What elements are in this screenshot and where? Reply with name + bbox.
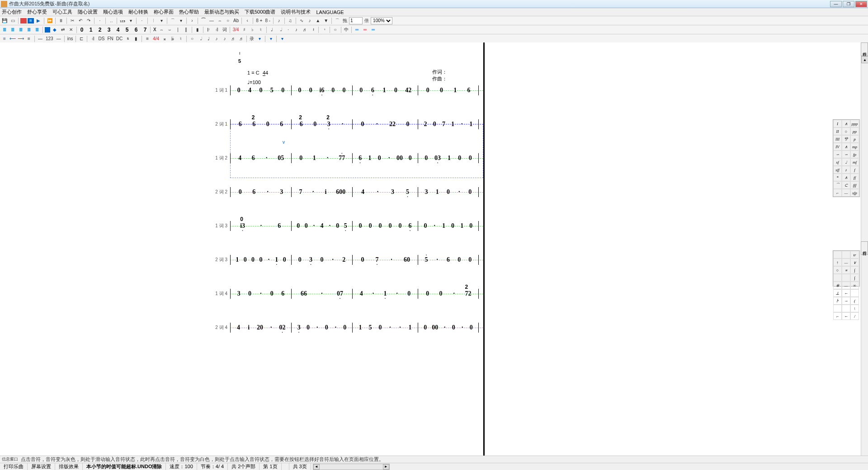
rest-icon[interactable]: 𝄽 <box>309 26 316 33</box>
cut-icon[interactable]: ✂ <box>69 17 76 24</box>
menu-item[interactable]: 顺心选项 <box>103 9 123 15</box>
palette-cell[interactable]: * <box>833 174 842 181</box>
note[interactable]: · <box>326 155 330 162</box>
vtab-top[interactable]: 滑行 <box>861 42 868 56</box>
note[interactable]: 0 <box>331 87 335 94</box>
note[interactable]: 0 <box>423 222 428 230</box>
staff-line[interactable]: 1 词 3i3•0·600·4·05•000006•0·1010 <box>202 221 483 231</box>
note[interactable]: 4 <box>248 87 252 94</box>
measure[interactable]: 01·77• <box>291 153 352 163</box>
mid-label[interactable]: 中 <box>343 27 349 33</box>
note-digit-7[interactable]: 7 <box>142 27 148 33</box>
palette-cell[interactable]: pp <box>850 127 859 135</box>
dsharp-icon[interactable]: 𝄪 <box>161 35 168 42</box>
note[interactable]: 62 <box>299 121 303 128</box>
note[interactable]: · <box>375 121 379 128</box>
staff-line[interactable]: 2 词 44i20·02•3•0·0·0150··1000·0·0 <box>202 323 483 333</box>
dash2-icon[interactable]: — <box>37 35 44 42</box>
note[interactable]: 0 <box>281 87 285 94</box>
note[interactable]: 0 <box>259 256 263 263</box>
note[interactable]: 6• <box>370 87 375 94</box>
note[interactable]: 0 <box>359 87 363 94</box>
status-segment[interactable]: 本小节的时值可能超标.UNDO清除 <box>83 463 166 470</box>
palette-cell[interactable]: ○ <box>833 266 842 274</box>
fn-label[interactable]: FN <box>106 36 114 41</box>
tie-icon[interactable]: ⌒ <box>169 17 176 24</box>
s3-icon[interactable]: ♬ <box>237 35 245 42</box>
note[interactable]: 0 <box>468 188 472 196</box>
menu-item[interactable]: 开心创作 <box>2 9 22 15</box>
palette-cell[interactable] <box>833 251 842 258</box>
palette-cell[interactable] <box>833 305 842 312</box>
note[interactable]: · <box>457 188 462 196</box>
rec-label[interactable]: 录 <box>249 36 255 42</box>
diamond-icon[interactable]: ◆ <box>51 26 58 33</box>
note[interactable]: 2 <box>423 121 428 128</box>
scroll-left-icon[interactable]: ◄ <box>313 464 320 470</box>
palette-cell[interactable]: ∝ <box>842 266 850 274</box>
note[interactable]: 1 <box>435 188 439 196</box>
note[interactable]: 0 <box>243 256 247 263</box>
note[interactable]: 0 <box>265 121 270 128</box>
note[interactable]: 20 <box>257 324 263 331</box>
note[interactable]: i <box>323 188 328 196</box>
note[interactable]: 0 <box>269 290 274 297</box>
note[interactable]: 00 <box>396 155 403 162</box>
staff-line[interactable]: 2 词 206·37·i6004·35•310·0 <box>202 187 483 197</box>
menu-item[interactable]: 最新动态与购买 <box>204 9 239 15</box>
note[interactable]: 0 <box>458 155 462 162</box>
note[interactable]: 1 <box>447 155 451 162</box>
note[interactable]: 0 <box>388 222 392 230</box>
flat-icon[interactable]: ♭ <box>249 26 256 33</box>
note[interactable]: 0 <box>335 222 340 230</box>
note[interactable]: i <box>246 324 251 331</box>
block1-icon[interactable] <box>45 27 50 33</box>
palette-cell[interactable]: ♩ <box>842 158 850 166</box>
new-icon[interactable]: ▭ <box>9 17 16 24</box>
measure[interactable]: 07•·60 <box>352 255 418 265</box>
status-segment[interactable] <box>282 463 289 470</box>
note[interactable]: 0 <box>439 87 443 94</box>
measure[interactable]: 06•1042 <box>352 85 418 95</box>
note[interactable]: 0 <box>398 222 402 230</box>
repeat-l-icon[interactable]: 𝄆 <box>205 26 212 33</box>
note[interactable]: 6 <box>467 87 471 94</box>
dflat-icon[interactable]: 𝄫 <box>169 35 176 42</box>
measure[interactable]: 3•0·0·0 <box>291 323 352 333</box>
end-bar-icon[interactable]: ▮ <box>132 35 140 42</box>
note[interactable]: 0 <box>306 324 310 331</box>
measure[interactable]: 000·0·0 <box>418 323 479 333</box>
note[interactable]: 4 <box>361 188 365 196</box>
ds-label[interactable]: DS <box>97 36 105 41</box>
palette-cell[interactable]: p <box>850 135 859 143</box>
note[interactable]: 6 <box>446 256 450 263</box>
ins-label[interactable]: ins <box>66 36 74 41</box>
palette-cell[interactable]: ⊂ <box>842 181 850 189</box>
align-left-icon[interactable]: ≣ <box>1 26 8 33</box>
note[interactable]: 1• <box>383 290 387 297</box>
note[interactable]: 0 <box>297 87 302 94</box>
note[interactable]: 3 <box>424 188 429 196</box>
note[interactable]: 0 <box>324 324 329 331</box>
note[interactable]: 0 <box>423 324 428 331</box>
note[interactable]: 0 <box>425 290 430 297</box>
note[interactable]: 6 <box>281 290 285 297</box>
note[interactable]: · <box>266 256 271 263</box>
note[interactable]: 4 <box>238 155 242 162</box>
note[interactable]: 7 <box>441 121 446 128</box>
palette-cell[interactable]: ∫ <box>850 274 859 282</box>
zoom-select[interactable]: 100% <box>371 17 392 24</box>
palette-cell[interactable]: — <box>842 189 850 197</box>
palette-cell[interactable]: III <box>833 135 842 143</box>
palette-cell[interactable]: mf <box>850 158 859 166</box>
menu-item[interactable]: 舒心享受 <box>27 9 47 15</box>
arc-icon[interactable]: ⌢ <box>216 17 223 24</box>
note[interactable]: · <box>265 188 270 196</box>
note[interactable]: 0 <box>378 324 382 331</box>
record-icon[interactable] <box>20 18 27 24</box>
note[interactable]: · <box>395 290 399 297</box>
e2-icon[interactable]: ♪ <box>213 35 220 42</box>
h-scrollbar[interactable]: ◄► <box>313 464 390 470</box>
note[interactable]: i3•0 <box>240 222 245 230</box>
note[interactable]: 0 <box>425 87 430 94</box>
